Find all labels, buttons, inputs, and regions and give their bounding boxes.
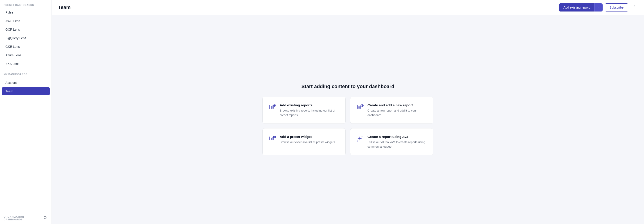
add-existing-report-button[interactable]: Add existing report — [559, 4, 594, 12]
cards-grid: Add existing reports Browse existing rep… — [262, 97, 434, 155]
preset-dashboards-label: Preset dashboards — [0, 0, 52, 8]
sidebar-item-gke-lens[interactable]: GKE Lens — [2, 43, 50, 51]
svg-point-3 — [634, 7, 634, 7]
search-icon — [44, 216, 47, 219]
create-ava-report-text: Create a report using Ava Utilise our AI… — [368, 135, 428, 149]
create-ava-report-card[interactable]: Create a report using Ava Utilise our AI… — [350, 128, 434, 155]
create-ava-report-title: Create a report using Ava — [368, 135, 428, 139]
add-preset-widget-title: Add a preset widget — [280, 135, 336, 139]
sidebar: Preset dashboards Pulse AWS Lens GCP Len… — [0, 0, 52, 224]
more-vertical-icon — [632, 5, 636, 9]
more-options-button[interactable] — [630, 3, 638, 12]
create-new-report-card[interactable]: Create and add a new report Create a new… — [350, 97, 434, 124]
add-preset-widget-card[interactable]: Add a preset widget Browse our extensive… — [262, 128, 346, 155]
chevron-down-icon — [597, 6, 600, 8]
add-preset-widget-text: Add a preset widget Browse our extensive… — [280, 135, 336, 144]
main-content: Team Add existing report Subscribe — [52, 0, 644, 224]
org-dashboards-label: Organization dashboards — [4, 215, 42, 221]
sidebar-item-gcp-lens[interactable]: GCP Lens — [2, 26, 50, 34]
svg-rect-18 — [271, 138, 272, 140]
chart-add-icon-1 — [268, 103, 276, 111]
org-dashboards-search-button[interactable] — [42, 215, 48, 221]
content-heading: Start adding content to your dashboard — [301, 84, 394, 89]
create-new-report-title: Create and add a new report — [368, 103, 428, 107]
chart-add-icon-3 — [268, 135, 276, 143]
sidebar-item-aws-lens[interactable]: AWS Lens — [2, 17, 50, 25]
add-existing-reports-desc: Browse existing reports including our li… — [280, 108, 340, 117]
my-dashboards-label: My dashboards — [4, 73, 27, 76]
topbar: Team Add existing report Subscribe — [52, 0, 644, 15]
add-existing-reports-text: Add existing reports Browse existing rep… — [280, 103, 340, 117]
create-ava-report-desc: Utilise our AI tool AVA to create report… — [368, 140, 428, 149]
page-title: Team — [58, 5, 71, 10]
sidebar-bottom: Organization dashboards — [0, 212, 52, 224]
svg-rect-12 — [358, 106, 360, 109]
svg-rect-17 — [269, 137, 270, 140]
svg-line-1 — [46, 218, 46, 219]
create-new-report-desc: Create a new report and add it to your d… — [368, 108, 428, 117]
add-report-dropdown-button[interactable] — [594, 4, 602, 12]
sparkle-icon — [356, 135, 364, 143]
svg-point-0 — [44, 216, 46, 219]
chart-add-icon-2 — [356, 103, 364, 111]
sidebar-item-pulse[interactable]: Pulse — [2, 8, 50, 17]
svg-point-2 — [634, 5, 634, 6]
svg-rect-5 — [269, 105, 270, 109]
sidebar-item-team[interactable]: Team — [2, 87, 50, 95]
sidebar-item-bigquery-lens[interactable]: BigQuery Lens — [2, 34, 50, 42]
content-area: Start adding content to your dashboard A… — [52, 15, 644, 224]
sidebar-item-azure-lens[interactable]: Azure Lens — [2, 51, 50, 59]
sidebar-item-eks-lens[interactable]: EKS Lens — [2, 60, 50, 68]
add-existing-reports-card[interactable]: Add existing reports Browse existing rep… — [262, 97, 346, 124]
subscribe-button[interactable]: Subscribe — [605, 4, 628, 12]
svg-rect-6 — [271, 106, 272, 109]
add-preset-widget-desc: Browse our extensive list of preset widg… — [280, 140, 336, 144]
svg-rect-11 — [357, 105, 358, 109]
add-existing-report-group: Add existing report — [559, 4, 602, 12]
svg-point-4 — [634, 8, 634, 9]
sidebar-item-account[interactable]: Account — [2, 79, 50, 87]
add-dashboard-button[interactable]: + — [44, 72, 48, 77]
topbar-actions: Add existing report Subscribe — [559, 3, 638, 12]
my-dashboards-section: My dashboards + — [0, 68, 52, 78]
add-existing-reports-title: Add existing reports — [280, 103, 340, 107]
create-new-report-text: Create and add a new report Create a new… — [368, 103, 428, 117]
